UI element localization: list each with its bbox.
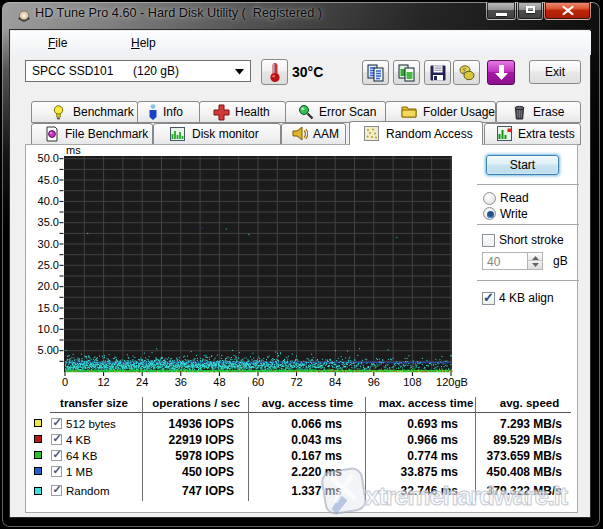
svg-text:40.0: 40.0: [38, 195, 59, 207]
svg-text:60: 60: [252, 376, 264, 388]
svg-text:5.00: 5.00: [38, 344, 59, 356]
svg-text:0: 0: [62, 376, 68, 388]
svg-text:30.0: 30.0: [38, 238, 59, 250]
svg-text:108: 108: [403, 376, 421, 388]
svg-text:10.0: 10.0: [38, 323, 59, 335]
svg-text:45.0: 45.0: [38, 174, 59, 186]
svg-text:50.0: 50.0: [38, 152, 59, 164]
svg-text:96: 96: [368, 376, 380, 388]
svg-text:12: 12: [97, 376, 109, 388]
svg-text:48: 48: [213, 376, 225, 388]
svg-text:120gB: 120gB: [436, 376, 468, 388]
svg-text:24: 24: [136, 376, 148, 388]
svg-text:25.0: 25.0: [38, 259, 59, 271]
svg-text:20.0: 20.0: [38, 280, 59, 292]
svg-text:$: $: [462, 67, 466, 74]
svg-text:15.0: 15.0: [38, 302, 59, 314]
svg-text:84: 84: [329, 376, 341, 388]
svg-text:72: 72: [290, 376, 302, 388]
svg-text:36: 36: [175, 376, 187, 388]
svg-text:35.0: 35.0: [38, 216, 59, 228]
svg-text:ms: ms: [66, 145, 81, 156]
